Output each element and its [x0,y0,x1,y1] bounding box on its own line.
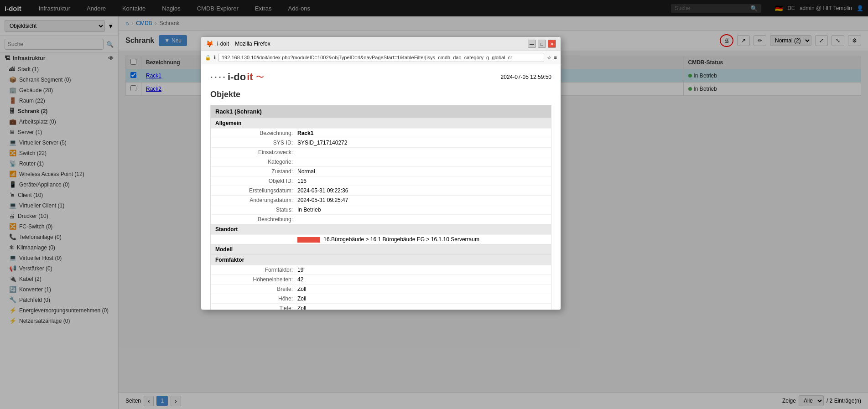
row-label: Tiefe: [215,305,297,310]
row-value: 2024-05-31 09:22:36 [297,187,348,194]
row-label: Änderungsdatum: [215,197,297,203]
row-label: Objekt ID: [215,178,297,184]
modal-row: Höheneinheiten: 42 [211,274,551,284]
star-icon[interactable]: ☆ [547,55,551,61]
modal-row: Breite: Zoll [211,284,551,294]
row-label: Formfaktor: [215,267,297,273]
modal-row: Änderungsdatum: 2024-05-31 09:25:47 [211,195,551,205]
info-icon: ℹ [214,55,216,61]
row-value: 16.Bürogebäude > 16.1 Bürogebäude EG > 1… [297,236,479,243]
modal-row: Höhe: Zoll [211,294,551,303]
modal-window: 🦊 i-doit – Mozilla Firefox — □ ✕ 🔒 ℹ 192… [201,36,561,310]
row-label: SYS-ID: [215,140,297,146]
standort-redacted [297,237,320,243]
modal-title-label: i-doit – Mozilla Firefox [217,41,524,47]
lock-icon: 🔒 [205,55,211,61]
row-label: Erstellungsdatum: [215,187,297,194]
modal-maximize-button[interactable]: □ [538,40,546,48]
logo-dots: · · · · [210,72,225,83]
modal-logo: · · · · i-doit 〜 [210,71,264,83]
row-value: 42 [297,276,303,283]
modal-browser-icon: 🦊 [206,40,213,47]
row-label: Zustand: [215,168,297,175]
modal-timestamp: 2024-07-05 12:59:50 [501,74,551,80]
modal-window-controls: — □ ✕ [528,40,556,48]
url-bar[interactable]: 192.168.130.10/idoit/index.php?moduleID=… [218,53,544,62]
modal-close-button[interactable]: ✕ [548,40,556,48]
row-value: SYSID_1717140272 [297,140,347,146]
row-value: 116 [297,178,307,184]
row-label: Breite: [215,286,297,292]
row-label: Höheneinheiten: [215,276,297,283]
menu-icon[interactable]: ≡ [554,55,557,60]
row-label: Beschreibung: [215,216,297,223]
modal-row: Formfaktor: 19" [211,265,551,274]
modal-overlay: 🦊 i-doit – Mozilla Firefox — □ ✕ 🔒 ℹ 192… [0,0,868,409]
row-value: Rack1 [297,130,313,136]
modal-section-allgemein: Allgemein [211,118,551,128]
row-label: Bezeichnung: [215,130,297,136]
row-value: Zoll [297,286,306,292]
modal-row: Kategorie: [211,157,551,166]
modal-titlebar: 🦊 i-doit – Mozilla Firefox — □ ✕ [201,37,561,51]
modal-row: Bezeichnung: Rack1 [211,128,551,138]
modal-object-block: Rack1 (Schrank) Allgemein Bezeichnung: R… [210,105,551,310]
modal-addressbar: 🔒 ℹ 192.168.130.10/idoit/index.php?modul… [201,51,561,64]
modal-row: Tiefe: Zoll [211,303,551,310]
row-label: Einsatzzweck: [215,149,297,155]
modal-section-title: Objekte [210,90,551,99]
modal-row: Objekt ID: 116 [211,176,551,186]
modal-minimize-button[interactable]: — [528,40,536,48]
row-label: Höhe: [215,295,297,302]
row-value: 2024-05-31 09:25:47 [297,197,348,203]
row-label: Status: [215,207,297,213]
modal-row: 16.Bürogebäude > 16.1 Bürogebäude EG > 1… [211,234,551,244]
modal-header-bar: · · · · i-doit 〜 2024-07-05 12:59:50 [210,71,551,83]
row-value: Zoll [297,295,306,302]
modal-section-formfaktor: Formfaktor [211,254,551,265]
modal-section-modell: Modell [211,244,551,254]
row-label [215,236,297,243]
modal-section-standort: Standort [211,224,551,234]
row-value: Zoll [297,305,306,310]
modal-row: Status: In Betrieb [211,205,551,214]
logo-tilde: 〜 [256,72,264,83]
logo-text: i-do [228,71,246,83]
row-label: Kategorie: [215,159,297,165]
modal-row: SYS-ID: SYSID_1717140272 [211,138,551,147]
logo-it: it [247,71,253,83]
modal-row: Einsatzzweck: [211,147,551,157]
modal-row: Erstellungsdatum: 2024-05-31 09:22:36 [211,186,551,195]
row-value: In Betrieb [297,207,321,213]
modal-content: · · · · i-doit 〜 2024-07-05 12:59:50 Obj… [201,64,561,310]
row-value: Normal [297,168,315,175]
modal-row: Zustand: Normal [211,166,551,176]
modal-object-header: Rack1 (Schrank) [211,105,551,118]
row-value: 19" [297,267,306,273]
modal-row: Beschreibung: [211,214,551,224]
